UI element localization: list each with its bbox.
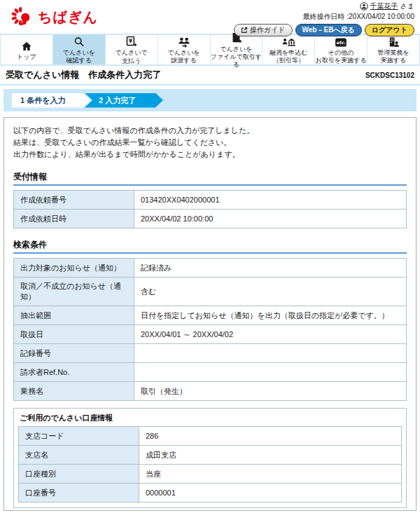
header-buttons: 操作ガイド Web－EBへ戻る ログアウト (234, 24, 414, 36)
table-row: 請求者Ref.No. (14, 363, 407, 382)
reception-info-table: 作成依頼番号 013420XX0402000001 作成依頼日時 20XX/04… (13, 190, 407, 228)
section-search-conditions: 検索条件 出力対象のお知らせ（通知） 記録済み 取消／不成立のお知らせ（通知） … (13, 239, 407, 508)
nav-item-label: でんさいを 譲渡する (168, 49, 200, 65)
table-row: 記録番号 (14, 344, 407, 363)
main-nav: トップ でんさいを 確認する ¥ でんさいで 支払う (0, 34, 420, 66)
row-label: 口座種別 (19, 465, 139, 484)
table-row: 抽出範囲 日付を指定してお知らせ（通知）を出力（取扱日の指定が必要です。） (14, 306, 407, 325)
user-name[interactable]: 千葉花子 (370, 1, 398, 11)
row-label: 記録番号 (14, 344, 134, 363)
nav-item-label: でんさいで 支払う (115, 49, 148, 65)
search-conditions-table: 出力対象のお知らせ（通知） 記録済み 取消／不成立のお知らせ（通知） 含む 抽出… (13, 258, 407, 401)
last-operation-time: 最終操作日時 :20XX/04/02 10:00:00 (234, 12, 414, 22)
nav-item-confirm-densai[interactable]: でんさいを 確認する (53, 35, 106, 64)
svg-text:etc.: etc. (336, 40, 346, 46)
nav-item-label: でんさいを 確認する (63, 49, 95, 65)
logout-button[interactable]: ログアウト (365, 24, 414, 36)
table-row: 支店コード 286 (19, 427, 402, 446)
building-person-icon (388, 36, 400, 48)
row-label: 出力対象のお知らせ（通知） (14, 259, 134, 278)
table-row: 支店名 成田支店 (19, 446, 402, 465)
nav-item-pay-densai[interactable]: ¥ でんさいで 支払う (106, 35, 158, 64)
section-title: 受付情報 (13, 171, 407, 186)
bank-logo-text: ちばぎん (38, 8, 98, 27)
table-row: 取扱日 20XX/04/01 ～ 20XX/04/02 (14, 325, 407, 344)
table-row: 口座番号 0000001 (19, 484, 402, 502)
header: ちばぎん 千葉花子 さま 最終操作日時 :20XX/04/02 10:00:00 (0, 0, 420, 34)
message-line: 以下の内容で、受取でんさい情報の作成条件の入力が完了しました。 (13, 125, 407, 137)
account-info-title: ご利用のでんさい口座情報 (20, 413, 402, 423)
yen-document-icon: ¥ (125, 36, 137, 48)
page-root: ちばぎん 千葉花子 さま 最終操作日時 :20XX/04/02 10:00:00 (0, 0, 420, 513)
row-value: 当座 (139, 465, 402, 484)
table-row: 作成依頼日時 20XX/04/02 10:00:00 (14, 210, 407, 228)
nav-item-label: その他の お取引を実施する (316, 49, 367, 65)
page-title: 受取でんさい情報 作成条件入力完了 (6, 69, 161, 81)
nav-item-label: 管理業務を 実施する (377, 49, 409, 65)
step-2-input-complete: 2 入力完了 (85, 93, 163, 108)
row-label: 取消／不成立のお知らせ（通知） (14, 278, 134, 306)
nav-item-file-densai[interactable]: でんさいを ファイルで取引する (211, 35, 263, 64)
row-label: 業務名 (14, 382, 134, 401)
nav-item-label: トップ (17, 53, 36, 61)
bank-flower-icon (11, 6, 34, 28)
nav-item-loan-apply[interactable]: 融資を申込む （割引等） (262, 35, 315, 64)
step-indicator: 1 条件を入力 2 入力完了 (4, 89, 416, 111)
row-value: 013420XX0402000001 (134, 191, 407, 210)
row-value: 20XX/04/01 ～ 20XX/04/02 (134, 325, 407, 344)
table-row: 出力対象のお知らせ（通知） 記録済み (14, 259, 407, 278)
operation-guide-button[interactable]: 操作ガイド (234, 24, 293, 36)
svg-text:¥: ¥ (129, 39, 133, 45)
nav-item-transfer-densai[interactable]: でんさいを 譲渡する (158, 35, 211, 64)
row-label: 作成依頼日時 (14, 210, 134, 228)
web-eb-back-label: Web－EBへ戻る (302, 25, 355, 35)
nav-item-other-transactions[interactable]: etc. その他の お取引を実施する (315, 35, 368, 64)
row-value (134, 363, 407, 382)
densai-account-info-box: ご利用のでんさい口座情報 支店コード 286 支店名 成田支店 口座種別 (13, 408, 407, 508)
row-value: 0000001 (139, 484, 402, 502)
row-label: 作成依頼番号 (14, 191, 134, 210)
nav-item-admin-tasks[interactable]: 管理業務を 実施する (368, 35, 420, 64)
account-info-table: 支店コード 286 支店名 成田支店 口座種別 当座 口座番号 (18, 426, 402, 502)
row-label: 支店コード (19, 427, 139, 446)
row-label: 支店名 (19, 446, 139, 465)
nav-item-label: でんさいを ファイルで取引する (211, 46, 262, 69)
user-icon (360, 2, 368, 11)
message-line: 出力件数により、結果が出るまで時間がかかることがあります。 (13, 149, 407, 160)
row-value: 成田支店 (139, 446, 402, 465)
row-value: 286 (139, 427, 402, 446)
user-line: 千葉花子 さま (234, 1, 414, 11)
operation-guide-label: 操作ガイド (250, 25, 286, 35)
table-row: 口座種別 当座 (19, 465, 402, 484)
search-icon (74, 36, 85, 48)
loan-bank-icon (282, 36, 295, 48)
home-icon (21, 40, 32, 52)
row-label: 取扱日 (14, 325, 134, 344)
message-line: 結果は、受取でんさいの作成結果一覧から確認してください。 (13, 137, 407, 149)
nav-item-label: 融資を申込む （割引等） (270, 49, 307, 65)
main-content: 以下の内容で、受取でんさい情報の作成条件の入力が完了しました。 結果は、受取でん… (4, 117, 416, 511)
nav-item-top[interactable]: トップ (0, 35, 53, 64)
etc-icon: etc. (335, 36, 347, 48)
row-value: 記録済み (134, 259, 407, 278)
web-eb-back-button[interactable]: Web－EBへ戻る (295, 24, 362, 36)
completion-message: 以下の内容で、受取でんさい情報の作成条件の入力が完了しました。 結果は、受取でん… (13, 125, 407, 160)
header-right: 千葉花子 さま 最終操作日時 :20XX/04/02 10:00:00 操作ガイ… (234, 1, 414, 36)
row-value (134, 344, 407, 363)
people-transfer-icon (178, 36, 190, 48)
row-label: 口座番号 (19, 484, 139, 502)
section-title: 検索条件 (13, 239, 407, 254)
external-link-icon (241, 27, 248, 34)
table-row: 取消／不成立のお知らせ（通知） 含む (14, 278, 407, 306)
logout-label: ログアウト (372, 25, 407, 35)
row-label: 抽出範囲 (14, 306, 134, 325)
screen-code: SCKDSC13102 (365, 71, 414, 79)
row-value: 取引（発生） (134, 382, 407, 401)
step-1-enter-conditions: 1 条件を入力 (12, 93, 90, 108)
section-reception-info: 受付情報 作成依頼番号 013420XX0402000001 作成依頼日時 20… (13, 171, 407, 228)
table-row: 作成依頼番号 013420XX0402000001 (14, 191, 407, 210)
user-suffix: さま (400, 1, 414, 11)
table-row: 業務名 取引（発生） (14, 382, 407, 401)
row-value: 含む (134, 278, 407, 306)
row-value: 日付を指定してお知らせ（通知）を出力（取扱日の指定が必要です。） (134, 306, 407, 325)
